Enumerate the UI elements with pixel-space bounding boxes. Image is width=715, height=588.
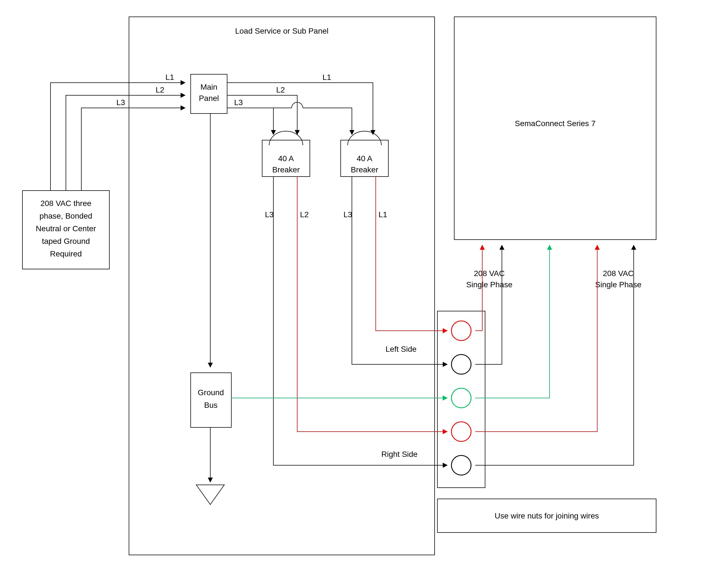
label-l1-out: L1 bbox=[323, 73, 331, 82]
vac1-l2: Single Phase bbox=[466, 280, 512, 289]
service-panel-box bbox=[129, 17, 435, 555]
ground-bus-l1: Ground bbox=[198, 388, 224, 397]
wire-t2-up bbox=[475, 245, 502, 364]
label-l3-out: L3 bbox=[234, 98, 243, 107]
right-side-label: Right Side bbox=[381, 450, 417, 459]
sema-box bbox=[454, 17, 656, 239]
breaker2-arc bbox=[348, 131, 381, 145]
source-line4: taped Ground bbox=[42, 237, 90, 246]
label-b2-l1: L1 bbox=[379, 210, 387, 219]
wire-b1-l3-term bbox=[273, 216, 447, 465]
wire-b1-l2-term bbox=[297, 216, 447, 432]
wire-b2-l3-term bbox=[352, 216, 447, 364]
main-panel-l1: Main bbox=[201, 83, 218, 91]
left-side-label: Left Side bbox=[386, 345, 417, 353]
terminal-5 bbox=[451, 456, 471, 475]
breaker2-l2: Breaker bbox=[351, 165, 378, 174]
source-line5: Required bbox=[50, 249, 82, 258]
ground-bus-l2: Bus bbox=[204, 401, 218, 410]
note-text: Use wire nuts for joining wires bbox=[495, 511, 599, 520]
vac1-l1: 208 VAC bbox=[474, 269, 505, 278]
breaker1-l2: Breaker bbox=[272, 165, 300, 174]
terminal-3 bbox=[451, 388, 471, 408]
terminal-1 bbox=[451, 321, 471, 340]
label-b2-l3: L3 bbox=[344, 210, 352, 219]
source-line2: phase, Bonded bbox=[40, 212, 92, 220]
ground-symbol bbox=[196, 485, 224, 504]
source-line3: Neutral or Center bbox=[36, 224, 96, 233]
wire-src-l2 bbox=[66, 95, 185, 191]
wire-mp-l1 bbox=[227, 83, 373, 134]
sema-title: SemaConnect Series 7 bbox=[515, 119, 596, 128]
label-b1-l3: L3 bbox=[265, 210, 274, 219]
source-line1: 208 VAC three bbox=[40, 199, 91, 208]
terminal-4 bbox=[451, 422, 471, 441]
label-l2-out: L2 bbox=[276, 85, 285, 94]
wiring-diagram: Load Service or Sub Panel 208 VAC three … bbox=[0, 0, 715, 588]
wire-mp-l3-b1 bbox=[232, 108, 273, 134]
breaker1-arc bbox=[269, 131, 303, 145]
label-l2-in: L2 bbox=[156, 85, 164, 94]
service-panel-title: Load Service or Sub Panel bbox=[235, 27, 328, 35]
label-l1-in: L1 bbox=[165, 73, 174, 82]
breaker1-l1: 40 A bbox=[278, 154, 294, 163]
wire-t5-up bbox=[475, 245, 634, 465]
wire-src-l3 bbox=[81, 108, 185, 191]
label-b1-l2: L2 bbox=[300, 210, 309, 219]
breaker2-l1: 40 A bbox=[357, 154, 372, 163]
vac2-l1: 208 VAC bbox=[603, 269, 634, 278]
main-panel-l2: Panel bbox=[199, 94, 219, 103]
vac2-l2: Single Phase bbox=[595, 280, 641, 289]
wire-mp-l3-b2 bbox=[273, 102, 352, 134]
label-l3-in: L3 bbox=[116, 98, 125, 107]
ground-bus-box bbox=[191, 373, 231, 427]
wire-t3-up bbox=[475, 245, 550, 398]
terminal-2 bbox=[451, 355, 471, 374]
terminal-box bbox=[437, 311, 485, 488]
wire-b2-l1-term bbox=[376, 216, 447, 331]
